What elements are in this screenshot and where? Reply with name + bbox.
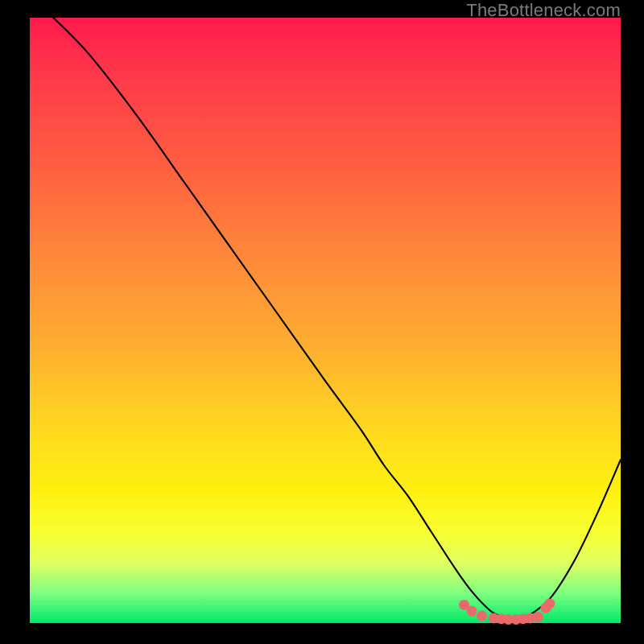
chart-canvas: TheBottleneck.com xyxy=(0,0,644,644)
watermark-text: TheBottleneck.com xyxy=(466,0,621,21)
plot-area xyxy=(30,18,621,623)
